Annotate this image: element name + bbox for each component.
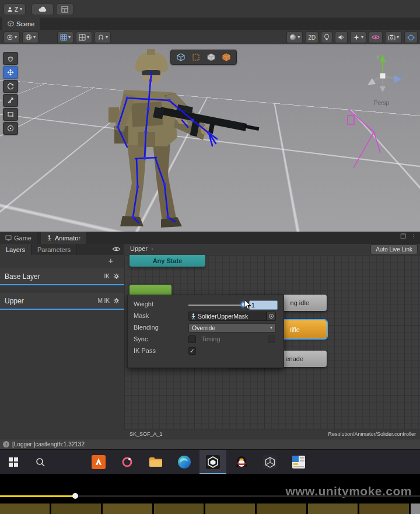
scene-toolbar: ▾ ▾ ▾ ▾ ▾ ▾ 2D [0, 30, 420, 45]
search-icon [35, 457, 46, 467]
transform-icon [7, 125, 14, 132]
tab-parameters[interactable]: Parameters [32, 244, 77, 255]
persp-label[interactable]: Persp [374, 100, 389, 106]
layer-item-base[interactable]: Base Layer IK [0, 268, 124, 285]
mask-object-field[interactable]: SoliderUpperMask [188, 312, 267, 321]
animator-left-panel: Layers Parameters + Base Layer IK Upper … [0, 244, 125, 439]
rotate-tool-button[interactable] [3, 80, 18, 93]
weight-row: Weight 1 [128, 299, 284, 310]
sync-checkbox[interactable] [188, 335, 196, 343]
taskbar-unity-editor[interactable] [200, 450, 226, 474]
start-button[interactable] [0, 450, 27, 474]
tab-game[interactable]: Game [0, 232, 37, 244]
add-layer-button[interactable]: + [106, 255, 116, 265]
thumbnail-tile [257, 503, 306, 514]
view-mode-bar [170, 50, 237, 65]
animator-panel: Layers Parameters + Base Layer IK Upper … [0, 244, 420, 439]
gear-icon[interactable] [113, 298, 120, 304]
search-gizmo-button[interactable] [404, 32, 418, 43]
video-thumbnail-strip[interactable] [0, 503, 420, 514]
cloud-icon [38, 6, 47, 12]
bottom-tabbar: Game Animator ❐ ⋮ [0, 232, 420, 244]
tool-settings-button[interactable]: ▾ [4, 32, 20, 43]
any-state-node[interactable]: Any State [130, 255, 205, 267]
scene-tools [3, 52, 17, 135]
handle-orientation-button[interactable]: ▾ [22, 32, 38, 43]
taskbar-search-button[interactable] [27, 450, 54, 474]
rifle-state-label: rifle [289, 326, 300, 333]
tab-layers[interactable]: Layers [0, 244, 32, 255]
weight-slider[interactable] [188, 305, 244, 306]
taskbar-app-paint[interactable] [114, 450, 141, 474]
taskbar-edge-browser[interactable] [171, 450, 198, 474]
effects-toggle-button[interactable]: ▾ [350, 32, 366, 43]
grid-visibility-button[interactable]: ▾ [57, 32, 74, 43]
snap-grid-icon [79, 34, 86, 41]
clip-name: SK_SOF_A_1 [130, 431, 163, 437]
chevron-down-icon: ▾ [15, 35, 17, 40]
transform-tool-button[interactable] [3, 122, 18, 135]
chevron-down-icon: ▾ [68, 35, 71, 40]
2d-toggle-button[interactable]: 2D [305, 32, 318, 43]
statusbar[interactable]: ! [Logger:]castlength:1.32132 [0, 439, 420, 450]
pivot-icon [6, 34, 13, 41]
checkmark-icon: ✓ [190, 348, 194, 354]
object-picker-button[interactable] [267, 312, 276, 321]
audio-toggle-button[interactable] [335, 32, 348, 43]
scale-tool-button[interactable] [3, 94, 18, 107]
lighting-toggle-button[interactable] [321, 32, 332, 43]
chevron-down-icon: ▾ [298, 35, 300, 40]
account-button[interactable]: Z ▾ [4, 4, 26, 15]
tab-scene[interactable]: Scene [2, 18, 40, 30]
camera-settings-button[interactable]: ▾ [385, 32, 402, 43]
hand-tool-button[interactable] [3, 52, 18, 65]
weight-value-field[interactable]: 1 [249, 300, 278, 310]
dock-icon[interactable]: ❐ [400, 233, 406, 240]
taskbar-app-orange[interactable] [85, 450, 112, 474]
controller-path: Resolution/Animator/Solider.controller [328, 431, 416, 437]
unity-editor-screen: Z ▾ Scene ▾ ▾ ▾ ▾ [0, 0, 420, 514]
svg-text:z: z [400, 71, 403, 77]
cloud-button[interactable] [32, 4, 54, 15]
breadcrumb[interactable]: Upper › [130, 245, 153, 252]
thumbnail-tile [103, 503, 152, 514]
state-machine-graph[interactable]: Any State ng idle rifle enade Weight 1 M… [124, 255, 420, 429]
taskbar-qq[interactable] [228, 450, 255, 474]
shaded-cube-button[interactable] [174, 52, 187, 62]
taskbar-app-docs[interactable] [285, 450, 312, 474]
snap-toggle-button[interactable]: ▾ [94, 32, 111, 43]
auto-live-link-button[interactable]: Auto Live Link [370, 244, 418, 254]
rect-tool-button[interactable] [3, 108, 18, 121]
timing-checkbox[interactable] [268, 335, 275, 343]
layer-name: Base Layer [5, 272, 104, 281]
blending-dropdown[interactable]: Override ▾ [188, 323, 276, 333]
gear-icon[interactable] [113, 273, 120, 279]
eye-icon [372, 34, 380, 40]
layout-button[interactable] [56, 4, 74, 15]
edge-browser-icon [177, 454, 192, 470]
windows-logo-icon [9, 457, 18, 467]
grid-snapping-button[interactable]: ▾ [76, 32, 92, 43]
grid-icon [60, 34, 67, 41]
textured-cube-button[interactable] [220, 52, 233, 62]
scene-viewport[interactable]: y z Persp [0, 44, 420, 232]
scale-icon [7, 97, 14, 104]
layer-item-upper[interactable]: Upper M IK [0, 293, 124, 310]
ik-pass-checkbox[interactable]: ✓ [188, 347, 196, 355]
video-progress-knob[interactable] [72, 493, 78, 499]
blending-value: Override [192, 324, 215, 331]
kebab-menu-icon[interactable]: ⋮ [411, 233, 417, 240]
scene-gizmo[interactable]: y z [360, 51, 405, 98]
layers-eye-button[interactable] [112, 246, 121, 252]
shading-mode-button[interactable]: ▾ [286, 32, 303, 43]
frame-mode-button[interactable] [190, 52, 202, 62]
tab-animator[interactable]: Animator [41, 232, 86, 244]
scene-visibility-button[interactable] [369, 32, 383, 43]
unity-hub-icon [262, 454, 278, 470]
panel-controls: ❐ ⋮ [400, 233, 417, 240]
taskbar-file-explorer[interactable] [142, 450, 169, 474]
taskbar-unity-hub[interactable] [257, 450, 284, 474]
gray-cube-button[interactable] [205, 52, 218, 62]
move-tool-button[interactable] [3, 66, 18, 79]
scene-3d-art [0, 44, 420, 232]
